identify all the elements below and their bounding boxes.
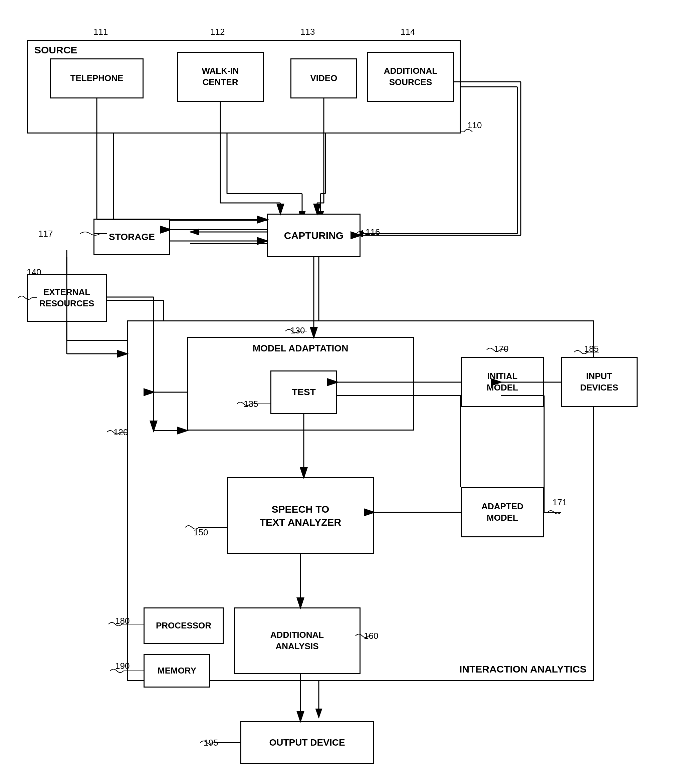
additional-analysis-box: ADDITIONALANALYSIS [234,608,361,674]
input-devices-label: INPUTDEVICES [580,371,618,394]
ref-185: 185 [584,344,598,354]
ref-117: 117 [38,229,53,239]
video-label: VIDEO [310,73,338,84]
ref-113: 113 [300,27,315,37]
ref-130: 130 [290,325,305,336]
ref-112: 112 [210,27,225,37]
storage-box: STORAGE [94,219,170,255]
memory-box: MEMORY [143,654,210,688]
capturing-box: CAPTURING [267,214,361,257]
ref-195: 195 [204,738,218,748]
processor-label: PROCESSOR [156,620,211,631]
capturing-label: CAPTURING [284,229,343,242]
additional-sources-label: ADDITIONALSOURCES [384,66,437,88]
telephone-label: TELEPHONE [71,73,124,84]
additional-analysis-label: ADDITIONALANALYSIS [270,629,324,652]
output-device-box: OUTPUT DEVICE [240,721,374,764]
adapted-model-label: ADAPTEDMODEL [481,501,523,524]
processor-box: PROCESSOR [143,608,224,644]
initial-model-label: INITIALMODEL [487,371,518,394]
test-box: TEST [270,371,337,414]
ref-190: 190 [115,661,130,671]
output-device-label: OUTPUT DEVICE [269,736,345,749]
telephone-box: TELEPHONE [50,58,143,99]
walk-in-center-box: WALK-INCENTER [177,52,264,102]
ref-171: 171 [552,497,567,508]
test-label: TEST [292,386,316,398]
memory-label: MEMORY [158,665,196,677]
speech-to-text-box: SPEECH TOTEXT ANALYZER [227,477,374,554]
speech-to-text-label: SPEECH TOTEXT ANALYZER [260,502,341,529]
initial-model-box: INITIALMODEL [461,357,544,407]
source-label: SOURCE [35,44,77,56]
ref-170: 170 [494,344,508,354]
video-box: VIDEO [290,58,357,99]
ref-111: 111 [94,27,108,37]
model-adaptation-label: MODEL ADAPTATION [253,343,348,354]
adapted-model-box: ADAPTEDMODEL [461,487,544,537]
external-resources-label: EXTERNALRESOURCES [40,287,94,310]
ref-180: 180 [115,616,130,626]
diagram-container: SOURCE TELEPHONE WALK-INCENTER VIDEO ADD… [0,0,694,784]
ref-150: 150 [194,527,208,538]
external-resources-box: EXTERNALRESOURCES [27,274,107,322]
ref-110: 110 [467,120,482,130]
ref-116: 116 [366,227,380,237]
ref-120: 120 [114,427,128,438]
additional-sources-box: ADDITIONALSOURCES [367,52,454,102]
interaction-analytics-label: INTERACTION ANALYTICS [459,664,587,675]
input-devices-box: INPUTDEVICES [561,357,638,407]
walk-in-center-label: WALK-INCENTER [202,66,239,88]
ref-114: 114 [401,27,415,37]
ref-140: 140 [27,267,41,277]
ref-160: 160 [364,631,378,641]
storage-label: STORAGE [109,231,155,243]
ref-135: 135 [244,399,258,409]
